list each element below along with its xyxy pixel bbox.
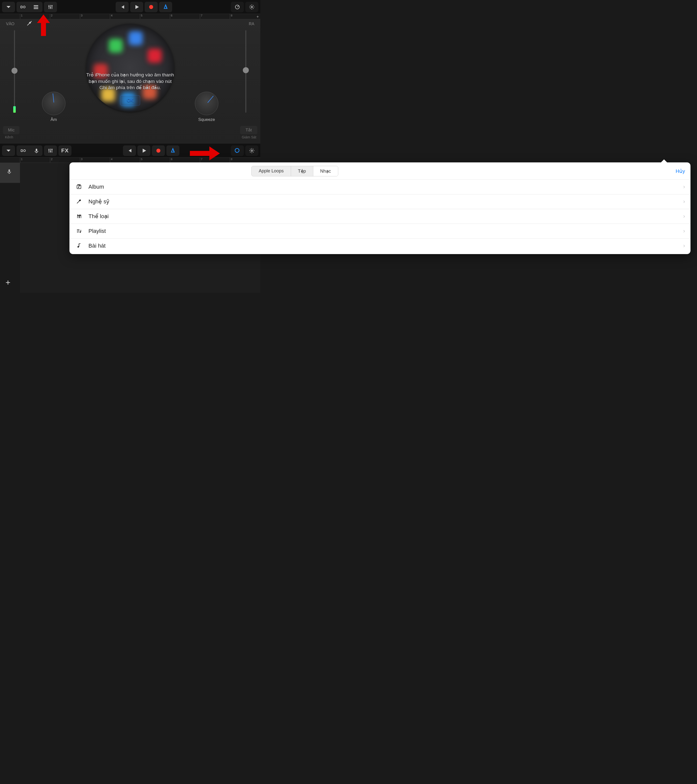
bottom-toolbar: FX <box>0 144 260 157</box>
row-label: Album <box>89 184 260 190</box>
playlist-icon <box>75 228 84 234</box>
row-genre[interactable]: Thể loại › <box>69 209 260 224</box>
slider-thumb[interactable] <box>243 67 249 73</box>
ruler-mark: 7 <box>200 14 203 19</box>
row-label: Playlist <box>89 228 260 234</box>
monitor-caption: Giám Sát <box>240 135 257 139</box>
track-header[interactable] <box>0 163 20 183</box>
row-song[interactable]: Bài hát › <box>69 238 260 253</box>
album-icon <box>75 184 84 190</box>
row-label: Thể loại <box>89 213 260 220</box>
add-section-icon[interactable]: + <box>257 15 259 19</box>
ruler-mark: 3 <box>80 158 82 163</box>
ruler-mark: 5 <box>140 14 142 19</box>
fx-button[interactable]: FX <box>58 145 71 156</box>
nav-back-button[interactable] <box>2 2 15 12</box>
music-category-list: Album › Nghệ sỹ › Thể loại › Playlist › … <box>69 180 260 253</box>
play-button[interactable] <box>137 145 150 156</box>
input-plug-icon[interactable] <box>26 20 33 28</box>
ruler-mark: 8 <box>230 14 232 19</box>
ruler-mark: 6 <box>170 158 172 163</box>
monitor-toggle-button[interactable]: Tắt <box>240 126 257 134</box>
browser-view-icon <box>20 148 26 154</box>
ruler-bottom[interactable]: 1 2 3 4 5 6 7 8 <box>0 157 260 163</box>
top-toolbar <box>0 0 260 14</box>
view-toggle[interactable] <box>16 145 43 156</box>
ruler-mark: 4 <box>110 158 112 163</box>
rewind-button[interactable] <box>123 145 136 156</box>
record-button[interactable] <box>145 2 158 12</box>
ruler-mark: 1 <box>20 14 23 19</box>
row-playlist[interactable]: Playlist › <box>69 224 260 238</box>
metronome-button[interactable] <box>166 145 180 156</box>
ruler-mark: 5 <box>140 158 142 163</box>
mic-channel-button[interactable]: Mic <box>3 126 20 134</box>
row-label: Nghệ sỹ <box>89 198 260 205</box>
mic-channel-caption: Kênh <box>3 135 20 139</box>
metronome-button[interactable] <box>159 2 172 12</box>
ruler-mark: 2 <box>50 14 53 19</box>
source-segmented-control[interactable]: Apple Loops Tệp Nhạc <box>251 166 260 176</box>
add-track-button[interactable]: + <box>5 278 10 287</box>
settings-button[interactable] <box>246 145 258 156</box>
master-volume-button[interactable] <box>231 2 244 12</box>
song-icon <box>75 242 84 249</box>
row-label: Bài hát <box>89 242 260 249</box>
track-controls-button[interactable] <box>44 145 57 156</box>
ruler-mark: 1 <box>20 158 23 163</box>
row-album[interactable]: Album › <box>69 180 260 194</box>
nav-back-button[interactable] <box>2 145 15 156</box>
hint-overlay: Trỏ iPhone của bạn hướng vào âm thanh bạ… <box>85 72 175 105</box>
genre-icon <box>75 213 84 220</box>
slider-thumb[interactable] <box>12 68 18 74</box>
tone-knob-label: Âm <box>42 117 66 122</box>
track-controls-button[interactable] <box>44 2 57 12</box>
output-label: RA <box>249 22 254 26</box>
input-level-slider[interactable] <box>14 30 15 113</box>
row-artist[interactable]: Nghệ sỹ › <box>69 194 260 209</box>
fx-label: FX <box>61 147 69 154</box>
settings-button[interactable] <box>246 2 258 12</box>
media-browser-popover: Apple Loops Tệp Nhạc Hủy Album › Nghệ sỹ… <box>69 162 260 254</box>
mic-view-icon <box>33 148 39 153</box>
rewind-button[interactable] <box>116 2 129 12</box>
play-button[interactable] <box>130 2 143 12</box>
view-toggle[interactable] <box>16 2 43 12</box>
ruler-mark: 6 <box>170 14 172 19</box>
input-label: VÀO <box>6 22 15 26</box>
browser-view-icon <box>20 4 26 10</box>
annotation-arrow <box>190 147 220 160</box>
mic-track-icon <box>6 169 14 177</box>
squeeze-knob[interactable] <box>195 92 218 115</box>
artist-icon <box>75 198 84 205</box>
squeeze-knob-label: Squeeze <box>195 117 218 122</box>
segment-apple-loops[interactable]: Apple Loops <box>252 166 260 176</box>
ruler-mark: 8 <box>230 158 232 163</box>
tone-knob[interactable] <box>42 92 66 115</box>
ruler-mark: 3 <box>80 14 82 19</box>
output-level-slider[interactable] <box>246 30 246 113</box>
hint-ok-button[interactable]: OK <box>120 96 140 105</box>
loop-browser-button[interactable] <box>231 145 244 156</box>
ruler-mark: 2 <box>50 158 53 163</box>
tracks-view-icon <box>33 4 39 10</box>
ruler-mark: 4 <box>110 14 112 19</box>
hint-text: Trỏ iPhone của bạn hướng vào âm thanh bạ… <box>85 72 175 91</box>
level-meter <box>13 106 16 113</box>
annotation-arrow <box>37 15 50 36</box>
record-button[interactable] <box>152 145 165 156</box>
